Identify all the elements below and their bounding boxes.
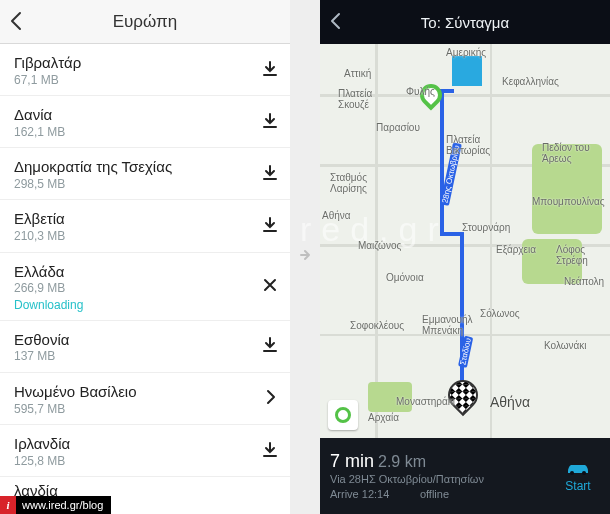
route-time: 7 min (330, 451, 374, 471)
country-size: 67,1 MB (14, 73, 254, 87)
arrow-right-icon (295, 245, 315, 269)
download-icon[interactable] (254, 165, 278, 185)
map-label: Πλατεία Βικτωρίας (446, 134, 490, 156)
back-icon[interactable] (328, 12, 344, 34)
svg-point-0 (570, 471, 574, 475)
list-item[interactable]: Ιρλανδία125,8 MB (0, 425, 290, 477)
map-label: Στουρνάρη (462, 222, 510, 233)
country-name: Δημοκρατία της Τσεχίας (14, 158, 254, 177)
route-line (440, 89, 444, 234)
start-navigation-button[interactable]: Start (556, 459, 600, 493)
download-icon[interactable] (254, 113, 278, 133)
destination-title: Το: Σύνταγμα (421, 14, 509, 31)
map-label-city: Αθήνα (490, 394, 530, 410)
right-header: Το: Σύνταγμα (320, 0, 610, 44)
download-status: Downloading (14, 298, 254, 312)
country-size: 595,7 MB (14, 402, 254, 416)
list-item[interactable]: Γιβραλτάρ67,1 MB (0, 44, 290, 96)
country-size: 137 MB (14, 349, 254, 363)
map-label: Λόφος Στρέφη (556, 244, 588, 266)
chevron-right-icon[interactable] (254, 389, 278, 409)
info-icon: i (0, 496, 16, 514)
map-label: Σταθμός Λαρίσης (330, 172, 367, 194)
list-item[interactable]: Εσθονία137 MB (0, 321, 290, 373)
country-size: 298,5 MB (14, 177, 254, 191)
country-size: 125,8 MB (14, 454, 254, 468)
route-via: Via 28ΗΣ Οκτωβρίου/Πατησίων (330, 472, 556, 487)
map-label: Αμερικής (446, 47, 486, 58)
country-size: 210,3 MB (14, 229, 254, 243)
download-icon[interactable] (254, 217, 278, 237)
country-size: 266,9 MB (14, 281, 254, 295)
map-label: Φυλής (406, 86, 435, 97)
country-name: Εσθονία (14, 331, 254, 350)
country-name: Ελβετία (14, 210, 254, 229)
list-item[interactable]: Ηνωμένο Βασίλειο595,7 MB (0, 373, 290, 425)
source-credit: i www.ired.gr/blog (0, 496, 111, 514)
map-label: Αθήνα (322, 210, 351, 221)
list-item-downloading[interactable]: Ελλάδα266,9 MBDownloading (0, 253, 290, 321)
current-location-marker (452, 56, 482, 86)
left-title: Ευρώπη (113, 12, 178, 32)
route-summary-footer: 7 min2.9 km Via 28ΗΣ Οκτωβρίου/Πατησίων … (320, 438, 610, 514)
map-label: Πεδίον του Άρεως (542, 142, 590, 164)
map-label: Νεάπολη (564, 276, 604, 287)
download-icon[interactable] (254, 61, 278, 81)
car-icon (564, 459, 592, 477)
country-name: Δανία (14, 106, 254, 125)
navigation-panel: Το: Σύνταγμα 28ης Οκτωβρίου Σταδίου (320, 0, 610, 514)
download-icon[interactable] (254, 442, 278, 462)
country-name: Ηνωμένο Βασίλειο (14, 383, 254, 402)
country-name: Ιρλανδία (14, 435, 254, 454)
map-label: Ομόνοια (386, 272, 424, 283)
list-item[interactable]: Ελβετία210,3 MB (0, 200, 290, 252)
map-label: Πλατεία Σκουζέ (338, 88, 372, 110)
cancel-icon[interactable] (254, 277, 278, 297)
credit-text: www.ired.gr/blog (22, 499, 103, 511)
ring-icon (335, 407, 351, 423)
country-size: 162,1 MB (14, 125, 254, 139)
svg-point-1 (582, 471, 586, 475)
map-label: Σόλωνος (480, 308, 520, 319)
back-icon[interactable] (8, 10, 26, 36)
map-label: Μοναστηράκι (396, 396, 455, 407)
download-icon[interactable] (254, 337, 278, 357)
map-road (490, 44, 492, 438)
country-download-panel: Ευρώπη Γιβραλτάρ67,1 MB Δανία162,1 MB Δη… (0, 0, 290, 514)
route-distance: 2.9 km (378, 453, 426, 470)
map-label: Παρασίου (376, 122, 420, 133)
transition-arrow-panel (290, 0, 320, 514)
country-name: Ελλάδα (14, 263, 254, 282)
start-label: Start (565, 479, 590, 493)
map-label: Κολωνάκι (544, 340, 587, 351)
map-label: Μπουμπουλίνας (532, 196, 605, 207)
offline-label: offline (420, 488, 449, 500)
map-label: Εξάρχεια (496, 244, 536, 255)
country-name: Γιβραλτάρ (14, 54, 254, 73)
map-label: Αττική (344, 68, 371, 79)
route-arrive: Arrive 12:14 (330, 488, 389, 500)
list-item[interactable]: Δανία162,1 MB (0, 96, 290, 148)
destination-flag-icon (442, 374, 484, 416)
country-list[interactable]: Γιβραλτάρ67,1 MB Δανία162,1 MB Δημοκρατί… (0, 44, 290, 514)
map-label: Αρχαία (368, 412, 399, 423)
map-label: Εμμανουήλ Μπενάκη (422, 314, 473, 336)
map-label: Σοφοκλέους (350, 320, 404, 331)
map-label: Κεφαλληνίας (502, 76, 559, 87)
map-view[interactable]: 28ης Οκτωβρίου Σταδίου Αμερικής Αττική Κ… (320, 44, 610, 438)
left-header: Ευρώπη (0, 0, 290, 44)
map-label: Μαιζώνος (358, 240, 401, 251)
list-item[interactable]: Δημοκρατία της Τσεχίας298,5 MB (0, 148, 290, 200)
map-layers-button[interactable] (328, 400, 358, 430)
